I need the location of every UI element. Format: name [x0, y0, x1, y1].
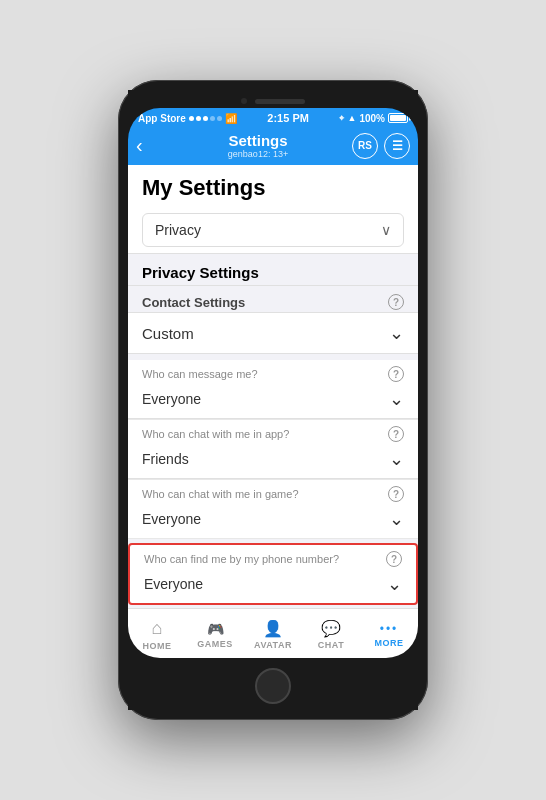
chat-game-value: Everyone — [142, 511, 201, 527]
avatar-label: AVATAR — [254, 640, 292, 650]
chat-app-help-icon[interactable]: ? — [388, 426, 404, 442]
phone-label: Who can find me by my phone number? — [144, 553, 339, 565]
robux-icon: RS — [358, 140, 372, 151]
chat-game-help-icon[interactable]: ? — [388, 486, 404, 502]
nav-item-chat[interactable]: 💬 CHAT — [302, 619, 360, 650]
menu-icon: ☰ — [392, 139, 403, 153]
signal-dot-3 — [203, 116, 208, 121]
nav-item-avatar[interactable]: 👤 AVATAR — [244, 619, 302, 650]
signal-dot-2 — [196, 116, 201, 121]
message-dropdown[interactable]: Everyone ⌄ — [128, 384, 418, 418]
privacy-dropdown-value: Privacy — [155, 222, 201, 238]
message-setting: Who can message me? ? Everyone ⌄ — [128, 360, 418, 420]
status-time: 2:15 PM — [267, 112, 309, 124]
chat-app-label: Who can chat with me in app? — [142, 428, 289, 440]
games-icon: 🎮 — [207, 621, 224, 637]
privacy-dropdown[interactable]: Privacy ∨ — [142, 213, 404, 247]
nav-item-games[interactable]: 🎮 GAMES — [186, 621, 244, 649]
contact-settings-header: Contact Settings ? — [128, 286, 418, 312]
screen-content: My Settings Privacy ∨ Privacy Settings C… — [128, 165, 418, 608]
custom-chevron-icon: ⌄ — [389, 322, 404, 344]
carrier-label: App Store — [138, 113, 186, 124]
chat-game-label: Who can chat with me in game? — [142, 488, 299, 500]
nav-subtitle: genbao12: 13+ — [164, 149, 352, 159]
chat-label: CHAT — [318, 640, 344, 650]
phone-setting-highlighted: Who can find me by my phone number? ? Ev… — [128, 543, 418, 605]
custom-dropdown[interactable]: Custom ⌄ — [128, 312, 418, 354]
robux-button[interactable]: RS — [352, 133, 378, 159]
custom-value: Custom — [142, 325, 194, 342]
divider-msg — [128, 418, 418, 419]
location-icon: ⌖ — [339, 113, 344, 124]
page-header: My Settings — [128, 165, 418, 207]
nav-title-area: Settings genbao12: 13+ — [164, 132, 352, 159]
home-icon: ⌂ — [152, 618, 163, 639]
phone-dropdown[interactable]: Everyone ⌄ — [130, 569, 416, 603]
contact-settings-help-icon[interactable]: ? — [388, 294, 404, 310]
camera-dot — [241, 98, 247, 104]
status-right: ⌖ ▲ 100% — [339, 113, 408, 124]
phone-label-row: Who can find me by my phone number? ? — [130, 545, 416, 569]
privacy-chevron-icon: ∨ — [381, 222, 391, 238]
nav-item-home[interactable]: ⌂ HOME — [128, 618, 186, 651]
message-label-row: Who can message me? ? — [128, 360, 418, 384]
speaker — [255, 99, 305, 104]
signal-dot-4 — [210, 116, 215, 121]
phone-help-icon[interactable]: ? — [386, 551, 402, 567]
chat-game-label-row: Who can chat with me in game? ? — [128, 480, 418, 504]
battery-percent: 100% — [359, 113, 385, 124]
phone-chevron-icon: ⌄ — [387, 573, 402, 595]
contact-settings-label: Contact Settings — [142, 295, 245, 310]
status-left: App Store 📶 — [138, 113, 237, 124]
avatar-icon: 👤 — [263, 619, 283, 638]
nav-title: Settings — [164, 132, 352, 149]
phone-help-text: ? — [391, 554, 397, 565]
chat-app-setting: Who can chat with me in app? ? Friends ⌄ — [128, 420, 418, 480]
phone-top — [128, 90, 418, 108]
home-label: HOME — [143, 641, 172, 651]
chat-icon: 💬 — [321, 619, 341, 638]
chat-game-dropdown[interactable]: Everyone ⌄ — [128, 504, 418, 538]
status-bar: App Store 📶 2:15 PM ⌖ ▲ 100% — [128, 108, 418, 128]
help-icon-label: ? — [393, 297, 399, 308]
signal-dot-5 — [217, 116, 222, 121]
nav-item-more[interactable]: ••• MORE — [360, 622, 418, 648]
more-icon: ••• — [380, 622, 399, 636]
chat-app-label-row: Who can chat with me in app? ? — [128, 420, 418, 444]
home-button[interactable] — [255, 668, 291, 704]
chat-game-setting: Who can chat with me in game? ? Everyone… — [128, 480, 418, 539]
battery-fill — [390, 115, 406, 121]
chat-app-value: Friends — [142, 451, 189, 467]
chat-game-chevron-icon: ⌄ — [389, 508, 404, 530]
chat-app-dropdown[interactable]: Friends ⌄ — [128, 444, 418, 478]
message-label: Who can message me? — [142, 368, 258, 380]
privacy-settings-header: Privacy Settings — [128, 254, 418, 285]
signal-bar-icon: ▲ — [347, 113, 356, 123]
phone-screen: App Store 📶 2:15 PM ⌖ ▲ 100% — [128, 108, 418, 658]
phone-frame: App Store 📶 2:15 PM ⌖ ▲ 100% — [118, 80, 428, 720]
page-title: My Settings — [142, 175, 404, 201]
phone-bottom — [128, 658, 418, 710]
bottom-nav: ⌂ HOME 🎮 GAMES 👤 AVATAR 💬 CHAT ••• MORE — [128, 608, 418, 658]
phone-value: Everyone — [144, 576, 203, 592]
nav-actions: RS ☰ — [352, 133, 410, 159]
signal-indicator — [189, 116, 222, 121]
signal-dot-1 — [189, 116, 194, 121]
games-label: GAMES — [197, 639, 233, 649]
battery-icon — [388, 113, 408, 123]
chat-app-chevron-icon: ⌄ — [389, 448, 404, 470]
menu-button[interactable]: ☰ — [384, 133, 410, 159]
more-label: MORE — [375, 638, 404, 648]
chat-game-help-text: ? — [393, 489, 399, 500]
divider-chat-app — [128, 478, 418, 479]
message-value: Everyone — [142, 391, 201, 407]
chat-app-help-text: ? — [393, 429, 399, 440]
wifi-icon: 📶 — [225, 113, 237, 124]
message-help-icon[interactable]: ? — [388, 366, 404, 382]
message-help-text: ? — [393, 369, 399, 380]
privacy-dropdown-wrapper: Privacy ∨ — [128, 207, 418, 253]
back-button[interactable]: ‹ — [136, 134, 164, 157]
message-chevron-icon: ⌄ — [389, 388, 404, 410]
navigation-bar: ‹ Settings genbao12: 13+ RS ☰ — [128, 128, 418, 165]
